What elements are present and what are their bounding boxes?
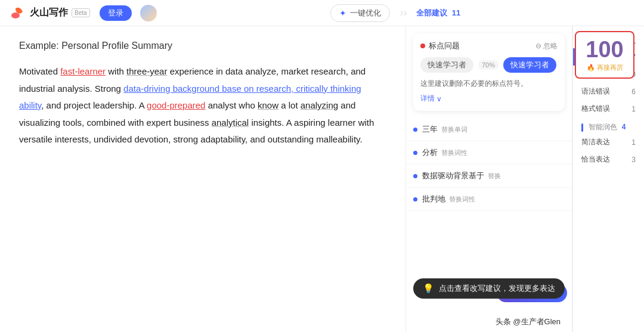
doc-content[interactable]: Motivated fast-learner with three-year e… (19, 63, 386, 148)
text-good-prepared: good-prepared (147, 100, 205, 110)
suggestion-number: 11 (452, 8, 460, 17)
ignore-icon: ⊖ (535, 42, 541, 50)
tone-section-label: 智能润色 4 (573, 117, 644, 134)
suggestion-row-2[interactable]: 数据驱动背景基于 替换 (406, 165, 572, 188)
bulb-icon: 💡 (423, 283, 434, 294)
text-analyzing: analyzing (301, 100, 338, 110)
editor-area[interactable]: Example: Personal Profile Summary Motiva… (0, 26, 405, 332)
dot-blue-2 (413, 174, 417, 178)
text-three-year: three-year (126, 66, 167, 76)
text-analyst: analyst who (205, 100, 258, 110)
right-item-format[interactable]: 格式错误 1 (573, 100, 644, 117)
word-options: 快速学习者 70% 快速学习者 (420, 57, 558, 73)
concise-count: 1 (631, 138, 636, 147)
score-value: 100 (586, 38, 623, 61)
header: 火山写作 Beta 登录 ✦ 一键优化 ›› 全部建议 11 (0, 0, 644, 26)
suggestion-row-0[interactable]: 三年 替换单词 (406, 118, 572, 141)
text-alot: a lot (278, 100, 301, 110)
svg-point-0 (11, 13, 20, 18)
middle-panel: 标点问题 ⊖ 忽略 快速学习者 70% 快速学习者 这里建议删除不必要的标点符号… (405, 26, 572, 332)
watermark: 头条 @生产者Glen (496, 317, 561, 327)
text-know: know (258, 100, 278, 110)
format-count: 1 (631, 105, 636, 113)
grammar-label: 语法错误 (581, 86, 610, 97)
logo-area: 火山写作 Beta 登录 (10, 5, 157, 21)
row-tag-0: 替换单词 (441, 125, 467, 134)
login-button[interactable]: 登录 (100, 5, 132, 21)
card-desc: 这里建议删除不必要的标点符号。 (420, 79, 558, 89)
header-center: ✦ 一键优化 ›› 全部建议 11 (157, 4, 634, 22)
toast-bar: 💡 点击查看改写建议，发现更多表达 (413, 278, 565, 299)
card-detail[interactable]: 详情 ∨ (420, 94, 558, 104)
logo-text: 火山写作 (30, 7, 68, 19)
word-score: 70% (478, 60, 499, 70)
right-item-concise[interactable]: 简洁表达 1 (573, 134, 644, 151)
row-tag-3: 替换词性 (449, 195, 475, 204)
avatar (140, 5, 157, 21)
text-fast-learner: fast-learner (60, 66, 106, 76)
word-original: 快速学习者 (420, 57, 473, 73)
right-item-appropriate[interactable]: 恰当表达 3 (573, 151, 644, 168)
beta-badge: Beta (72, 8, 90, 17)
dot-blue-0 (413, 128, 417, 132)
card-header: 标点问题 ⊖ 忽略 (420, 41, 558, 51)
card-action[interactable]: ⊖ 忽略 (535, 41, 558, 51)
word-suggested[interactable]: 快速学习者 (503, 57, 556, 73)
row-text-3: 批判地 (422, 194, 445, 204)
concise-label: 简洁表达 (581, 137, 610, 147)
suggestion-card: 标点问题 ⊖ 忽略 快速学习者 70% 快速学习者 这里建议删除不必要的标点符号… (413, 33, 565, 111)
suggestion-count: 全部建议 11 (416, 8, 460, 18)
dot-blue-3 (413, 197, 417, 201)
grammar-count: 6 (631, 88, 636, 96)
text-and-project: , and project leadership. A (41, 100, 147, 110)
text-analytical: analytical (212, 117, 249, 128)
row-text-1: 分析 (422, 147, 438, 158)
right-item-grammar[interactable]: 语法错误 6 (573, 83, 644, 100)
score-sub: 🔥 再接再厉 (587, 63, 623, 72)
dot-blue-1 (413, 151, 417, 155)
optimize-label: 一键优化 (350, 8, 381, 18)
detail-label: 详情 (420, 94, 435, 104)
suggestion-label: 全部建议 (416, 8, 447, 17)
card-header-left: 标点问题 (420, 41, 460, 51)
suggestion-row-3[interactable]: 批判地 替换词性 (406, 188, 572, 211)
tone-label: 智能润色 (589, 123, 617, 131)
divider: ›› (400, 7, 407, 19)
optimize-button[interactable]: ✦ 一键优化 (330, 4, 390, 22)
appropriate-label: 恰当表达 (581, 154, 610, 165)
toast-text: 点击查看改写建议，发现更多表达 (439, 283, 555, 294)
row-text-0: 三年 (422, 124, 438, 135)
format-label: 格式错误 (581, 104, 610, 114)
suggestion-row-1[interactable]: 分析 替换词性 (406, 141, 572, 165)
chevron-down-icon: ∨ (436, 95, 442, 103)
card-type: 标点问题 (429, 41, 460, 51)
main-layout: Example: Personal Profile Summary Motiva… (0, 26, 644, 332)
action-label: 忽略 (543, 41, 558, 51)
fire-icon: 🔥 (587, 64, 595, 72)
dot-red (420, 44, 425, 48)
doc-title: Example: Personal Profile Summary (19, 41, 386, 51)
row-text-2: 数据驱动背景基于 (422, 170, 484, 181)
logo-icon (10, 5, 26, 21)
text-with: with (106, 66, 126, 76)
appropriate-count: 3 (631, 156, 636, 164)
text-motivated: Motivated (19, 66, 60, 76)
row-tag-1: 替换词性 (441, 148, 467, 157)
score-box: 100 🔥 再接再厉 (575, 31, 634, 79)
row-tag-2: 替换 (488, 172, 501, 181)
tone-count: 4 (622, 123, 626, 131)
star-icon: ✦ (339, 8, 346, 18)
